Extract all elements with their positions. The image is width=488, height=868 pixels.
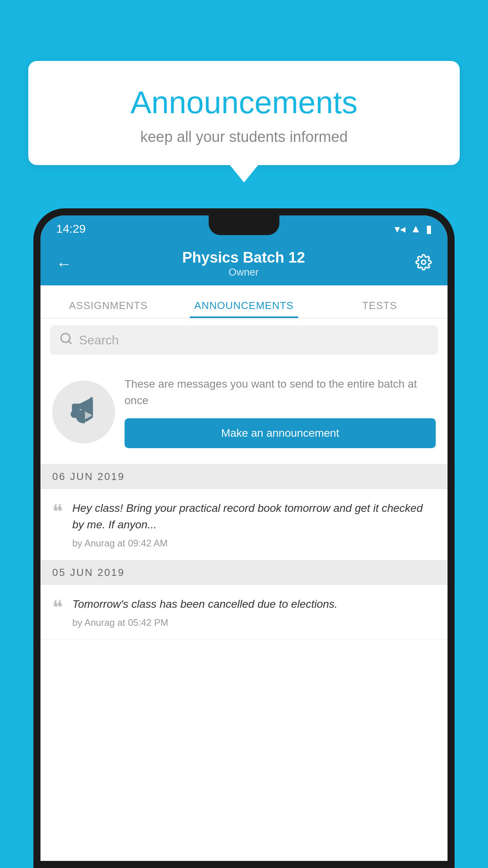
phone-mockup: 14:29 ▾◂ ▲ ▮ ← Physics Batch 12 Owner bbox=[33, 208, 455, 868]
announcement-item-2[interactable]: ❝ Tomorrow's class has been cancelled du… bbox=[40, 585, 448, 640]
announcement-text-1: Hey class! Bring your practical record b… bbox=[72, 500, 436, 549]
settings-button[interactable] bbox=[411, 250, 436, 278]
search-container: Search bbox=[40, 318, 448, 362]
svg-point-0 bbox=[422, 260, 426, 264]
announcement-message-2: Tomorrow's class has been cancelled due … bbox=[72, 596, 436, 612]
status-time: 14:29 bbox=[56, 222, 86, 235]
speech-bubble-title: Announcements bbox=[52, 85, 436, 121]
promo-icon-circle bbox=[52, 381, 115, 443]
make-announcement-button[interactable]: Make an announcement bbox=[125, 418, 436, 448]
app-bar-title-container: Physics Batch 12 Owner bbox=[76, 249, 411, 278]
date-separator-2: 05 JUN 2019 bbox=[40, 560, 448, 585]
speech-bubble-card: Announcements keep all your students inf… bbox=[28, 61, 460, 165]
speech-bubble-section: Announcements keep all your students inf… bbox=[28, 61, 460, 182]
app-bar-subtitle: Owner bbox=[76, 266, 411, 278]
svg-line-3 bbox=[94, 398, 97, 399]
battery-icon: ▮ bbox=[426, 223, 432, 235]
speech-bubble-arrow bbox=[230, 165, 258, 182]
app-bar: ← Physics Batch 12 Owner bbox=[40, 242, 448, 285]
megaphone-icon bbox=[68, 393, 99, 431]
date-separator-1: 06 JUN 2019 bbox=[40, 464, 448, 489]
tab-tests[interactable]: TESTS bbox=[312, 300, 448, 318]
signal-icon: ▲ bbox=[410, 223, 421, 235]
status-bar: 14:29 ▾◂ ▲ ▮ bbox=[40, 215, 448, 242]
announcement-text-2: Tomorrow's class has been cancelled due … bbox=[72, 596, 436, 628]
quote-icon-2: ❝ bbox=[52, 598, 63, 617]
announcement-message-1: Hey class! Bring your practical record b… bbox=[72, 500, 436, 533]
promo-text-area: These are messages you want to send to t… bbox=[125, 376, 436, 448]
phone-frame: 14:29 ▾◂ ▲ ▮ ← Physics Batch 12 Owner bbox=[33, 208, 455, 868]
phone-screen: 14:29 ▾◂ ▲ ▮ ← Physics Batch 12 Owner bbox=[40, 215, 448, 861]
announcement-item-1[interactable]: ❝ Hey class! Bring your practical record… bbox=[40, 489, 448, 560]
app-bar-title: Physics Batch 12 bbox=[76, 249, 411, 266]
search-placeholder: Search bbox=[79, 333, 119, 348]
speech-bubble-subtitle: keep all your students informed bbox=[52, 129, 436, 145]
back-button[interactable]: ← bbox=[52, 251, 76, 277]
announcement-meta-2: by Anurag at 05:42 PM bbox=[72, 617, 436, 628]
svg-line-2 bbox=[69, 341, 71, 344]
search-icon bbox=[59, 332, 73, 348]
search-input-wrapper[interactable]: Search bbox=[50, 326, 438, 355]
tabs-container: ASSIGNMENTS ANNOUNCEMENTS TESTS bbox=[40, 285, 448, 318]
promo-description: These are messages you want to send to t… bbox=[125, 376, 436, 409]
announcement-meta-1: by Anurag at 09:42 AM bbox=[72, 538, 436, 549]
content-area: Search bbox=[40, 318, 448, 640]
tab-announcements[interactable]: ANNOUNCEMENTS bbox=[176, 300, 312, 318]
notch bbox=[209, 215, 279, 235]
status-icons: ▾◂ ▲ ▮ bbox=[394, 223, 432, 235]
wifi-icon: ▾◂ bbox=[394, 223, 405, 235]
promo-card: These are messages you want to send to t… bbox=[40, 362, 448, 464]
tab-assignments[interactable]: ASSIGNMENTS bbox=[40, 300, 176, 318]
quote-icon-1: ❝ bbox=[52, 502, 63, 521]
